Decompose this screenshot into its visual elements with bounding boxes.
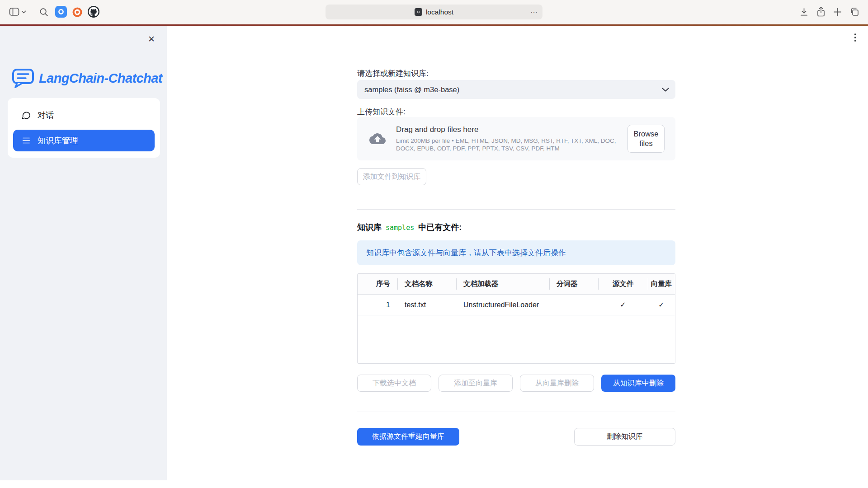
chat-bubble-icon	[21, 110, 31, 120]
share-button[interactable]	[816, 6, 826, 17]
search-button[interactable]	[39, 8, 48, 17]
add-to-vectorstore-button[interactable]: 添加至向量库	[439, 375, 513, 392]
divider	[357, 412, 675, 412]
rebuild-vectorstore-button[interactable]: 依据源文件重建向量库	[357, 428, 459, 446]
heading-kb-name-code: samples	[386, 224, 414, 232]
blue-app-icon	[58, 9, 64, 15]
address-bar[interactable]: localhost ⋯	[326, 5, 542, 19]
cell-source-check[interactable]: ✓	[598, 295, 648, 315]
main-area: 请选择或新建知识库: samples (faiss @ m3e-base) 上传…	[167, 26, 868, 488]
orange-app-shortcut[interactable]	[71, 6, 83, 18]
sidebar-toggle-button[interactable]	[9, 7, 26, 16]
sidebar-item-chat[interactable]: 对话	[13, 104, 155, 126]
col-header-index: 序号	[358, 274, 397, 294]
plus-icon	[833, 8, 842, 16]
file-dropzone[interactable]: Drag and drop files here Limit 200MB per…	[357, 117, 675, 160]
close-icon: ✕	[148, 34, 155, 44]
sidebar-item-label: 知识库管理	[38, 135, 78, 146]
col-header-name: 文档名称	[397, 274, 456, 294]
kebab-dot	[854, 33, 856, 35]
dropzone-title: Drag and drop files here	[396, 125, 621, 134]
col-header-loader: 文档加载器	[456, 274, 549, 294]
files-table: 序号 文档名称 文档加载器 分词器 源文件 向量库 1 test.txt Uns…	[357, 273, 675, 364]
page-options-button[interactable]: ⋯	[529, 7, 539, 17]
delete-from-kb-button[interactable]: 从知识库中删除	[601, 375, 675, 392]
blue-app-shortcut[interactable]	[55, 6, 67, 18]
col-header-splitter: 分词器	[549, 274, 598, 294]
delete-from-vectorstore-button[interactable]: 从向量库删除	[520, 375, 594, 392]
dropzone-limit: Limit 200MB per file • EML, HTML, JSON, …	[396, 137, 621, 152]
cell-loader[interactable]: UnstructuredFileLoader	[456, 295, 549, 315]
add-files-button[interactable]: 添加文件到知识库	[357, 168, 426, 185]
file-actions: 下载选中文档 添加至向量库 从向量库删除 从知识库中删除	[357, 375, 675, 392]
kb-files-heading: 知识库 samples 中已有文件:	[357, 222, 462, 233]
sidebar-item-label: 对话	[38, 110, 54, 121]
heading-suffix: 中已有文件:	[418, 222, 462, 233]
tab-overview-button[interactable]	[849, 7, 859, 17]
app-logo: LangChain-Chatchat	[12, 68, 162, 88]
col-header-vector: 向量库	[648, 274, 675, 294]
orange-target-icon	[72, 7, 83, 18]
table-header-row: 序号 文档名称 文档加载器 分词器 源文件 向量库	[358, 274, 675, 295]
chevron-down-icon	[662, 88, 669, 92]
tabs-icon	[849, 7, 859, 17]
new-tab-button[interactable]	[833, 8, 842, 16]
downloads-button[interactable]	[799, 7, 809, 17]
divider	[357, 209, 675, 210]
col-header-source: 源文件	[598, 274, 648, 294]
kebab-dot	[854, 40, 856, 42]
cell-name[interactable]: test.txt	[397, 295, 456, 315]
info-banner: 知识库中包含源文件与向量库，请从下表中选择文件后操作	[357, 240, 675, 265]
github-icon	[88, 6, 99, 18]
browse-files-button[interactable]: Browse files	[627, 125, 665, 153]
sidebar-nav: 对话 知识库管理	[8, 98, 160, 158]
sidebar: ✕ LangChain-Chatchat 对话 知识库管理	[0, 26, 167, 480]
sidebar-toggle-icon	[9, 7, 19, 16]
kebab-dot	[854, 37, 856, 38]
heading-prefix: 知识库	[357, 222, 382, 233]
cell-index[interactable]: 1	[358, 295, 397, 315]
kb-select[interactable]: samples (faiss @ m3e-base)	[357, 80, 675, 99]
upload-label: 上传知识文件:	[357, 107, 406, 117]
search-icon	[39, 8, 48, 17]
delete-kb-button[interactable]: 删除知识库	[574, 428, 675, 446]
kb-list-icon	[21, 136, 31, 145]
kb-select-label: 请选择或新建知识库:	[357, 68, 429, 79]
logo-text: LangChain-Chatchat	[39, 71, 162, 86]
download-selected-button[interactable]: 下载选中文档	[357, 375, 431, 392]
info-text: 知识库中包含源文件与向量库，请从下表中选择文件后操作	[366, 248, 566, 258]
url-text: localhost	[426, 8, 453, 16]
app-menu-button[interactable]	[852, 31, 859, 44]
browser-toolbar: localhost ⋯	[0, 0, 868, 24]
table-row[interactable]: 1 test.txt UnstructuredFileLoader ✓ ✓	[358, 295, 675, 315]
download-icon	[799, 7, 809, 17]
kb-select-value: samples (faiss @ m3e-base)	[364, 85, 459, 94]
github-shortcut[interactable]	[88, 6, 99, 18]
dropzone-texts: Drag and drop files here Limit 200MB per…	[396, 125, 621, 152]
cell-splitter[interactable]	[549, 295, 598, 315]
sidebar-close-button[interactable]: ✕	[145, 33, 158, 45]
logo-chat-icon	[12, 68, 34, 88]
share-icon	[816, 6, 826, 17]
cloud-upload-icon	[368, 131, 387, 147]
sidebar-item-kb-management[interactable]: 知识库管理	[13, 130, 155, 151]
chevron-down-icon	[21, 10, 26, 14]
kb-bottom-actions: 依据源文件重建向量库 删除知识库	[357, 428, 675, 446]
cell-vector-check[interactable]: ✓	[648, 295, 675, 315]
site-favicon	[415, 8, 422, 16]
